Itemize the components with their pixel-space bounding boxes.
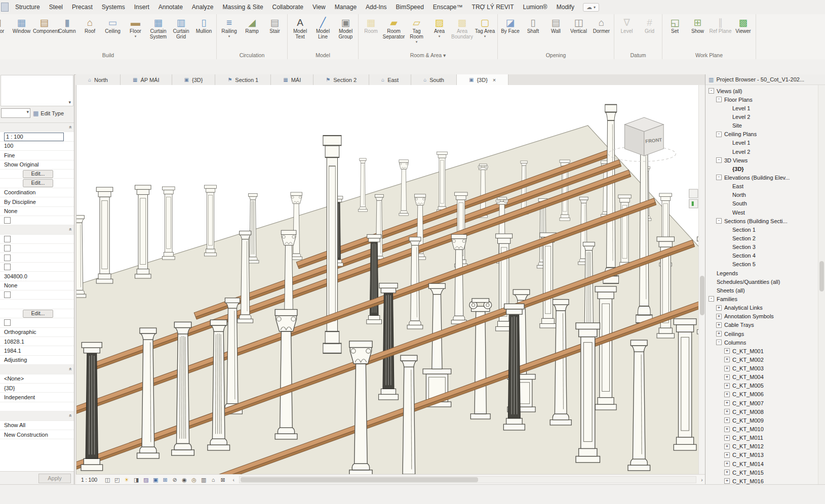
property-row[interactable]: Coordination bbox=[0, 188, 74, 197]
level-tool[interactable]: ∇ Level bbox=[615, 15, 638, 51]
tree-fp-level-1[interactable]: Level 1 bbox=[705, 104, 818, 112]
tree-c-kt-m008[interactable]: + C_KT_M008 bbox=[705, 407, 818, 416]
view-tab-3d-1[interactable]: ▣ {3D} bbox=[172, 74, 216, 85]
expand-toggle-icon[interactable] bbox=[724, 123, 730, 129]
view-properties-icon[interactable]: ⌂ bbox=[209, 477, 217, 483]
tree-cp-level-2[interactable]: Level 2 bbox=[705, 147, 818, 156]
show-work-plane-tool[interactable]: ⊞ Show bbox=[686, 15, 709, 51]
property-row[interactable]: Show All bbox=[0, 421, 74, 430]
property-row[interactable]: 1984.1 bbox=[0, 346, 74, 355]
property-row[interactable] bbox=[0, 318, 74, 327]
expand-toggle-icon[interactable] bbox=[709, 287, 714, 293]
property-row[interactable]: None bbox=[0, 207, 74, 216]
tree-c-kt-m011[interactable]: + C_KT_M011 bbox=[705, 434, 818, 442]
viewport-horizontal-scrollbar[interactable] bbox=[239, 476, 696, 483]
ramp-tool[interactable]: ◢ Ramp bbox=[241, 15, 263, 51]
property-row[interactable]: By Discipline bbox=[0, 197, 74, 206]
tree-analytical-links[interactable]: + Analytical Links bbox=[705, 304, 818, 312]
expand-toggle-icon[interactable]: + bbox=[716, 314, 722, 319]
expand-toggle-icon[interactable] bbox=[724, 235, 730, 241]
property-row[interactable] bbox=[0, 402, 74, 411]
area-boundary-tool[interactable]: ▩ Area Boundary bbox=[451, 15, 474, 51]
expand-toggle-icon[interactable]: + bbox=[724, 383, 730, 389]
expand-toggle-icon[interactable] bbox=[724, 227, 730, 232]
tree-c-kt-m014[interactable]: + C_KT_M014 bbox=[705, 459, 818, 468]
viewer-tool[interactable]: ▩ Viewer bbox=[732, 15, 755, 51]
tree-section-3[interactable]: Section 3 bbox=[705, 243, 818, 251]
ribbon-group-label[interactable]: Room & Area ▾ bbox=[360, 51, 496, 59]
expand-toggle-icon[interactable]: - bbox=[716, 218, 722, 224]
expand-toggle-icon[interactable]: - bbox=[709, 88, 714, 94]
lock-view-icon[interactable]: ⊘ bbox=[171, 477, 179, 483]
crop-view-icon[interactable]: ▣ bbox=[151, 477, 160, 483]
menu-systems[interactable]: Systems bbox=[97, 1, 130, 14]
property-row[interactable]: » bbox=[0, 365, 74, 374]
stair-tool[interactable]: ▤ Stair bbox=[263, 15, 286, 51]
tree-c-kt-m010[interactable]: + C_KT_M010 bbox=[705, 425, 818, 433]
expand-toggle-icon[interactable]: + bbox=[724, 357, 730, 362]
expand-toggle-icon[interactable]: + bbox=[724, 444, 730, 449]
section-box-controls[interactable] bbox=[689, 189, 698, 208]
tree-annotation-symbols[interactable]: + Annotation Symbols bbox=[705, 312, 818, 321]
expand-toggle-icon[interactable]: + bbox=[724, 409, 730, 414]
expand-toggle-icon[interactable]: + bbox=[716, 331, 722, 337]
project-browser-titlebar[interactable]: ▥ Project Browser - 50_Cot_V1-202... bbox=[705, 74, 825, 85]
expand-toggle-icon[interactable]: + bbox=[724, 470, 730, 475]
expand-toggle-icon[interactable]: + bbox=[724, 461, 730, 467]
expand-toggle-icon[interactable]: - bbox=[716, 157, 722, 163]
tree-3d[interactable]: {3D} bbox=[705, 164, 818, 173]
menu-precast[interactable]: Precast bbox=[67, 1, 97, 14]
tree-schedules[interactable]: Schedules/Quantities (all) bbox=[705, 277, 818, 286]
expand-toggle-icon[interactable] bbox=[724, 244, 730, 250]
grid-tool[interactable]: # Grid bbox=[638, 15, 661, 51]
scroll-right-arrow[interactable]: › bbox=[698, 477, 705, 483]
menu-analyze[interactable]: Analyze bbox=[187, 1, 218, 14]
tree-columns[interactable]: - Columns bbox=[705, 338, 818, 347]
tree-west[interactable]: West bbox=[705, 208, 818, 217]
property-row[interactable]: New Construction bbox=[0, 430, 74, 439]
expand-toggle-icon[interactable] bbox=[724, 140, 730, 146]
property-row[interactable] bbox=[0, 235, 74, 244]
expand-toggle-icon[interactable] bbox=[724, 114, 730, 119]
view-tab-north[interactable]: ⌂ North bbox=[76, 74, 121, 85]
properties-filter-combo[interactable]: ▾ bbox=[1, 108, 30, 118]
menu-annotate[interactable]: Annotate bbox=[154, 1, 187, 14]
property-row[interactable] bbox=[0, 244, 74, 253]
window-tool[interactable]: ▦ Window bbox=[10, 15, 33, 51]
close-icon[interactable]: × bbox=[493, 77, 496, 83]
property-row[interactable]: » bbox=[0, 123, 74, 132]
tree-legends[interactable]: Legends bbox=[705, 269, 818, 277]
tree-c-kt-m005[interactable]: + C_KT_M005 bbox=[705, 382, 818, 390]
tag-area-tool[interactable]: ▢ Tag Area ▾ bbox=[474, 15, 496, 51]
tree-south[interactable]: South bbox=[705, 199, 818, 208]
tree-c-kt-m001[interactable]: + C_KT_M001 bbox=[705, 347, 818, 355]
property-row[interactable]: Independent bbox=[0, 393, 74, 402]
expand-toggle-icon[interactable]: - bbox=[716, 97, 722, 102]
expand-toggle-icon[interactable]: + bbox=[724, 392, 730, 397]
mullion-tool[interactable]: ▯ Mullion bbox=[192, 15, 215, 51]
constraints-icon[interactable]: ⊠ bbox=[219, 477, 227, 483]
menu-structure[interactable]: Structure bbox=[11, 1, 45, 14]
model-group-tool[interactable]: ▣ Model Group bbox=[334, 15, 357, 51]
menu-insert[interactable]: Insert bbox=[130, 1, 154, 14]
expand-toggle-icon[interactable] bbox=[709, 270, 714, 276]
tree-c-kt-m009[interactable]: + C_KT_M009 bbox=[705, 416, 818, 425]
property-row[interactable]: 1 : 100 bbox=[0, 132, 74, 141]
vertical-opening-tool[interactable]: ◫ Vertical bbox=[567, 15, 590, 51]
expand-toggle-icon[interactable]: - bbox=[716, 340, 722, 345]
expand-toggle-icon[interactable]: + bbox=[716, 322, 722, 328]
show-crop-icon[interactable]: ⊞ bbox=[161, 477, 169, 483]
wall-opening-tool[interactable]: ▤ Wall bbox=[544, 15, 567, 51]
room-separator-tool[interactable]: ▰ Room Separator bbox=[382, 15, 405, 51]
visual-style-icon[interactable]: ◰ bbox=[113, 477, 121, 483]
property-row[interactable]: Fine bbox=[0, 151, 74, 160]
expand-toggle-icon[interactable] bbox=[724, 149, 730, 154]
menu-enscape[interactable]: Enscape™ bbox=[428, 1, 467, 14]
tree-elevations[interactable]: - Elevations (Building Elev... bbox=[705, 173, 818, 182]
tree-section-1[interactable]: Section 1 bbox=[705, 225, 818, 234]
set-work-plane-tool[interactable]: ◱ Set bbox=[663, 15, 686, 51]
by-face-tool[interactable]: ◪ By Face bbox=[499, 15, 522, 51]
tree-c-kt-m002[interactable]: + C_KT_M002 bbox=[705, 355, 818, 364]
expand-toggle-icon[interactable]: - bbox=[716, 175, 722, 180]
expand-toggle-icon[interactable]: + bbox=[724, 348, 730, 354]
